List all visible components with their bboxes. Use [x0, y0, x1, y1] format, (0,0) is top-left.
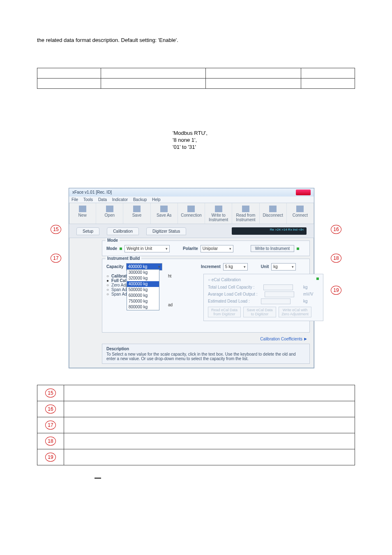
- tab-calibration[interactable]: Calibration: [107, 227, 139, 235]
- menu-item[interactable]: Tools: [83, 197, 93, 202]
- instrument-legend: Instrument Build: [106, 256, 141, 261]
- menu-item[interactable]: Data: [98, 197, 107, 202]
- ecal-save-button[interactable]: Save eCal Data to Digitizer: [243, 307, 276, 317]
- new-icon: [79, 206, 86, 212]
- radio-full-cal[interactable]: Full Cali: [111, 278, 127, 283]
- ecal-panel: ○ eCal Calibration Total Load Cell Capac…: [203, 274, 323, 321]
- capacity-dropdown[interactable]: 300000 kg 320000 kg 400000 kg 500000 kg …: [127, 269, 159, 310]
- ecal-write-button[interactable]: Write eCal with Zero Adjustment: [279, 307, 311, 317]
- description-panel: Description To Select a new value for th…: [102, 344, 310, 364]
- write-icon: [215, 206, 222, 212]
- dropdown-item[interactable]: 400000 kg: [127, 281, 159, 287]
- description-body: To Select a new value for the scale capa…: [106, 352, 305, 361]
- description-title: Description: [106, 347, 305, 351]
- table-row: [37, 68, 355, 79]
- toolbar-read[interactable]: Read from Instrument: [232, 203, 259, 224]
- setting-line: 'Modbus RTU',: [173, 130, 255, 137]
- menubar[interactable]: File Tools Data Indicator Backup Help: [69, 197, 314, 203]
- increment-select[interactable]: 5 kg: [223, 263, 248, 271]
- callout-16: 16: [331, 225, 341, 234]
- capacity-label: Capacity: [106, 264, 124, 269]
- increment-label: Increment: [201, 264, 221, 269]
- radio-zero-adj[interactable]: Zero Adj: [111, 283, 127, 287]
- radio-span-ad1[interactable]: Span Ad: [111, 287, 127, 292]
- ecal-avg-field[interactable]: [265, 291, 294, 297]
- intro-text: the related data format description. Def…: [37, 37, 355, 43]
- status-dot-icon: [316, 278, 319, 280]
- tab-row: Setup Calibration Digitizer Status Re >2…: [69, 224, 314, 238]
- save-icon: [133, 206, 141, 212]
- legend-badge-16: 16: [45, 405, 56, 414]
- menu-item[interactable]: Indicator: [112, 197, 128, 202]
- status-display: Re >24 >14 Rx Ind <8<: [232, 227, 307, 235]
- legend-badge-15: 15: [45, 388, 56, 398]
- connection-icon: [187, 206, 195, 212]
- overlap-ht: ht: [168, 274, 171, 278]
- capacity-select[interactable]: 400000 kg 300000 kg 320000 kg 400000 kg …: [126, 263, 162, 271]
- table-row: 16: [37, 401, 355, 417]
- read-icon: [242, 206, 249, 212]
- app-window: xFace v1.01 [Rec. ID] File Tools Data In…: [69, 188, 314, 368]
- radio-span-ad2[interactable]: Span Ad: [111, 292, 127, 296]
- toolbar-disconnect[interactable]: Disconnect: [260, 203, 287, 224]
- write-to-instrument-button[interactable]: Write to Instrument: [251, 245, 294, 252]
- table-row: 19: [37, 449, 355, 465]
- menu-item[interactable]: Backup: [133, 197, 147, 202]
- window-titlebar: xFace v1.01 [Rec. ID]: [69, 188, 314, 197]
- status-dot-icon: [297, 247, 299, 250]
- overlap-ad: ad: [168, 303, 173, 307]
- save-as-icon: [160, 206, 168, 212]
- table-row: [37, 79, 355, 89]
- unit-select[interactable]: kg: [271, 263, 296, 271]
- toolbar-save-as[interactable]: Save As: [151, 203, 178, 224]
- dropdown-item[interactable]: 320000 kg: [127, 275, 159, 281]
- mode-select[interactable]: Weight in Unit: [125, 245, 170, 252]
- menu-item[interactable]: Help: [152, 197, 161, 202]
- toolbar-connect[interactable]: Connect: [287, 203, 314, 224]
- table-row: 15: [37, 385, 355, 401]
- callout-15: 15: [51, 225, 61, 234]
- toolbar-save[interactable]: Save: [123, 203, 150, 224]
- mode-group: Mode Mode Weight in Unit Polarite Unipol…: [102, 240, 310, 256]
- dropdown-item[interactable]: 800000 kg: [127, 304, 159, 310]
- toolbar-write[interactable]: Write to Instrument: [205, 203, 232, 224]
- close-icon[interactable]: [296, 190, 311, 195]
- callout-19: 19: [331, 286, 341, 295]
- toolbar-open[interactable]: Open: [96, 203, 123, 224]
- mode-label: Mode: [106, 246, 117, 251]
- table-row: 17: [37, 417, 355, 433]
- table-row: 18: [37, 433, 355, 449]
- ecal-avg-label: Avarage Load Cell Output :: [208, 292, 257, 296]
- toolbar-new[interactable]: New: [69, 203, 96, 224]
- dropdown-item[interactable]: 300000 kg: [127, 270, 159, 275]
- menu-item[interactable]: File: [71, 197, 78, 202]
- dropdown-item[interactable]: 600000 kg: [127, 293, 159, 298]
- dropdown-item[interactable]: 750000 kg: [127, 298, 159, 304]
- toolbar: New Open Save Save As Connection Write t…: [69, 203, 314, 224]
- toolbar-connection[interactable]: Connection: [178, 203, 205, 224]
- setting-line: '8 none 1',: [173, 137, 255, 144]
- dropdown-item[interactable]: 500000 kg: [127, 287, 159, 293]
- legend-badge-19: 19: [45, 453, 56, 462]
- default-settings: 'Modbus RTU', '8 none 1', '01' to '31': [173, 130, 255, 151]
- unit-label: Unit: [261, 264, 269, 269]
- status-dot-icon: [120, 247, 122, 250]
- connect-icon: [296, 206, 304, 212]
- block-parameter-table: [37, 68, 355, 89]
- calibration-coefficients-link[interactable]: Calibration Coefficients: [102, 335, 310, 341]
- open-icon: [106, 206, 113, 212]
- ecal-dead-field[interactable]: [261, 298, 291, 304]
- screenshot-figure: 15 17 16 18 19 xFace v1.01 [Rec. ID] Fil…: [69, 188, 323, 368]
- ecal-total-field[interactable]: [263, 284, 293, 290]
- legend-badge-18: 18: [45, 437, 56, 446]
- callout-17: 17: [51, 254, 61, 263]
- ecal-read-button[interactable]: Read eCal Data from Digitizer: [208, 307, 241, 317]
- disconnect-icon: [269, 206, 277, 212]
- polarite-select[interactable]: Unipolar: [201, 245, 233, 252]
- ecal-dead-label: Estimated Dead Load :: [208, 299, 250, 303]
- tab-digitizer-status[interactable]: Digitizer Status: [146, 227, 186, 235]
- instrument-build-group: Instrument Build Capacity 400000 kg 3000…: [102, 259, 310, 333]
- mode-legend: Mode: [106, 238, 120, 243]
- callout-legend-table: 15 16 17 18 19: [37, 385, 355, 465]
- tab-setup[interactable]: Setup: [76, 227, 99, 235]
